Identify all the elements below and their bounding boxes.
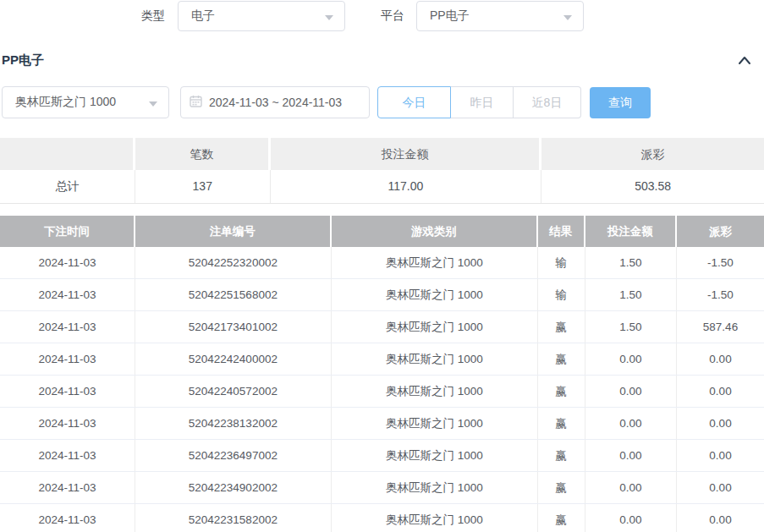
search-button[interactable]: 查询 — [590, 87, 651, 118]
cell-bet-time: 2024-11-03 — [0, 472, 135, 503]
date-range-value: 2024-11-03 ~ 2024-11-03 — [209, 96, 342, 109]
yesterday-button[interactable]: 昨日 — [451, 86, 514, 118]
summary-header-bet-amount: 投注金额 — [271, 138, 542, 170]
cell-game-category: 奥林匹斯之门 1000 — [332, 343, 538, 375]
cell-order-number: 52042236497002 — [135, 440, 332, 471]
cell-bet-time: 2024-11-03 — [0, 279, 135, 310]
cell-bet-time: 2024-11-03 — [0, 376, 135, 407]
table-row: 2024-11-0352042231582002奥林匹斯之门 1000赢0.00… — [0, 504, 764, 532]
game-select-value: 奥林匹斯之门 1000 — [15, 95, 143, 110]
cell-order-number: 52042251568002 — [135, 279, 332, 310]
bets-table: 下注时间 注单编号 游戏类别 结果 投注金额 派彩 2024-11-035204… — [0, 216, 764, 532]
type-label: 类型 — [141, 8, 165, 24]
header-game-category: 游戏类别 — [332, 216, 538, 247]
table-row: 2024-11-0352042236497002奥林匹斯之门 1000赢0.00… — [0, 440, 764, 472]
cell-payout: 0.00 — [677, 376, 764, 407]
cell-game-category: 奥林匹斯之门 1000 — [332, 247, 538, 278]
table-row: 2024-11-0352042173401002奥林匹斯之门 1000赢1.50… — [0, 311, 764, 343]
cell-payout: -1.50 — [677, 247, 764, 278]
cell-bet-amount: 0.00 — [585, 343, 677, 375]
quick-date-button-group: 今日 昨日 近8日 — [377, 86, 581, 118]
cell-bet-time: 2024-11-03 — [0, 408, 135, 439]
cell-bet-amount: 0.00 — [585, 440, 677, 471]
cell-order-number: 52042252320002 — [135, 247, 332, 278]
cell-game-category: 奥林匹斯之门 1000 — [332, 440, 538, 471]
today-button[interactable]: 今日 — [377, 86, 451, 118]
header-result: 结果 — [538, 216, 585, 247]
bets-table-body: 2024-11-0352042252320002奥林匹斯之门 1000输1.50… — [0, 247, 764, 532]
summary-header-row: 笔数 投注金额 派彩 — [0, 138, 764, 170]
cell-result: 赢 — [538, 440, 585, 471]
cell-order-number: 52042238132002 — [135, 408, 332, 439]
header-order-number: 注单编号 — [135, 216, 332, 247]
summary-total-bet-amount: 117.00 — [271, 170, 542, 203]
date-range-input[interactable]: 2024-11-03 ~ 2024-11-03 — [180, 86, 370, 118]
cell-order-number: 52042234902002 — [135, 472, 332, 503]
section-title: PP电子 — [2, 52, 44, 69]
platform-select[interactable]: PP电子 — [416, 1, 584, 31]
cell-result: 赢 — [538, 472, 585, 503]
table-row: 2024-11-0352042242400002奥林匹斯之门 1000赢0.00… — [0, 343, 764, 376]
table-row: 2024-11-0352042238132002奥林匹斯之门 1000赢0.00… — [0, 408, 764, 440]
last8days-button[interactable]: 近8日 — [514, 86, 581, 118]
header-bet-amount: 投注金额 — [585, 216, 677, 247]
cell-game-category: 奥林匹斯之门 1000 — [332, 504, 538, 532]
cell-game-category: 奥林匹斯之门 1000 — [332, 376, 538, 407]
cell-payout: 0.00 — [677, 408, 764, 439]
cell-bet-time: 2024-11-03 — [0, 247, 135, 278]
type-select[interactable]: 电子 — [178, 1, 345, 31]
summary-total-row: 总计 137 117.00 503.58 — [0, 170, 764, 204]
table-row: 2024-11-0352042234902002奥林匹斯之门 1000赢0.00… — [0, 472, 764, 504]
cell-payout: 0.00 — [677, 343, 764, 375]
summary-total-count: 137 — [135, 170, 271, 203]
game-select[interactable]: 奥林匹斯之门 1000 — [2, 86, 169, 118]
header-bet-time: 下注时间 — [0, 216, 135, 247]
cell-bet-amount: 1.50 — [585, 279, 677, 310]
bets-table-header-row: 下注时间 注单编号 游戏类别 结果 投注金额 派彩 — [0, 216, 764, 247]
cell-result: 输 — [538, 247, 585, 278]
summary-total-payout: 503.58 — [541, 170, 764, 203]
table-row: 2024-11-0352042251568002奥林匹斯之门 1000输1.50… — [0, 279, 764, 311]
cell-bet-amount: 0.00 — [585, 408, 677, 439]
cell-order-number: 52042240572002 — [135, 376, 332, 407]
platform-label: 平台 — [381, 8, 404, 24]
summary-total-label: 总计 — [0, 170, 135, 203]
type-select-value: 电子 — [191, 8, 319, 24]
cell-bet-amount: 0.00 — [585, 472, 677, 503]
cell-payout: -1.50 — [677, 279, 764, 310]
calendar-icon — [190, 95, 202, 110]
summary-header-count: 笔数 — [135, 138, 271, 170]
summary-header-empty — [0, 138, 135, 170]
cell-result: 赢 — [538, 376, 585, 407]
cell-game-category: 奥林匹斯之门 1000 — [332, 311, 538, 343]
cell-result: 赢 — [538, 311, 585, 343]
cell-result: 赢 — [538, 408, 585, 439]
cell-game-category: 奥林匹斯之门 1000 — [332, 279, 538, 310]
platform-select-value: PP电子 — [430, 8, 558, 24]
caret-down-icon — [149, 101, 157, 107]
cell-result: 输 — [538, 279, 585, 310]
cell-bet-amount: 1.50 — [585, 311, 677, 343]
cell-payout: 0.00 — [677, 472, 764, 503]
cell-bet-time: 2024-11-03 — [0, 343, 135, 375]
cell-bet-amount: 0.00 — [585, 376, 677, 407]
cell-game-category: 奥林匹斯之门 1000 — [332, 408, 538, 439]
caret-down-icon — [563, 15, 572, 20]
cell-order-number: 52042231582002 — [135, 504, 332, 532]
table-row: 2024-11-0352042252320002奥林匹斯之门 1000输1.50… — [0, 247, 764, 279]
header-payout: 派彩 — [677, 216, 764, 247]
cell-bet-time: 2024-11-03 — [0, 504, 135, 532]
table-row: 2024-11-0352042240572002奥林匹斯之门 1000赢0.00… — [0, 376, 764, 408]
summary-table: 笔数 投注金额 派彩 总计 137 117.00 503.58 — [0, 138, 764, 204]
cell-order-number: 52042242400002 — [135, 343, 332, 375]
cell-bet-time: 2024-11-03 — [0, 440, 135, 471]
cell-bet-amount: 1.50 — [585, 247, 677, 278]
cell-game-category: 奥林匹斯之门 1000 — [332, 472, 538, 503]
cell-result: 赢 — [538, 504, 585, 532]
caret-down-icon — [325, 15, 333, 20]
cell-payout: 587.46 — [677, 311, 764, 343]
cell-result: 赢 — [538, 343, 585, 375]
chevron-up-icon[interactable] — [733, 51, 756, 71]
summary-header-payout: 派彩 — [541, 138, 764, 170]
cell-payout: 0.00 — [677, 440, 764, 471]
